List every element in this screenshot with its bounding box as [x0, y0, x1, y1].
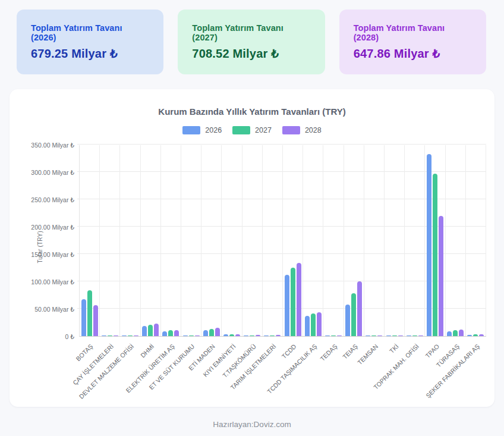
bar-TKİ-2028[interactable] [398, 335, 403, 336]
bar-ET VE SÜT KURUMU-2027[interactable] [189, 335, 194, 336]
bar-TPAO-2027[interactable] [433, 174, 437, 336]
x-axis-labels: BOTAŞÇAY İŞLETMELERİDEVLET MALZEME OFİSİ… [79, 337, 486, 407]
bar-TPAO-2028[interactable] [439, 216, 443, 336]
x-axis-label-DHMİ: DHMİ [139, 343, 155, 359]
bar-TOPRAK MAH. OFİSİ-2026[interactable] [407, 335, 411, 336]
bar-TEDAŞ-2028[interactable] [337, 335, 342, 336]
bar-TKİ-2027[interactable] [392, 335, 397, 336]
legend-swatch-2026 [182, 126, 200, 134]
x-label-cell: TEDAŞ [323, 337, 344, 407]
y-tick-label: 300.00 Milyar ₺ [18, 169, 74, 176]
footer-credit: Hazırlayan:Doviz.com [0, 420, 504, 429]
bar-ETİ MADEN-2028[interactable] [215, 328, 220, 336]
y-tick-label: 350.00 Milyar ₺ [18, 142, 74, 149]
bar-DHMİ-2028[interactable] [154, 324, 159, 336]
bar-group-TPAO [425, 145, 445, 336]
bar-TCDD-2027[interactable] [291, 268, 295, 336]
bar-ŞEKER FABRİKALARI AŞ-2028[interactable] [479, 334, 484, 336]
x-label-cell: TEMSAN [364, 337, 385, 407]
bar-ŞEKER FABRİKALARI AŞ-2027[interactable] [473, 334, 478, 336]
bar-ELEKTRİK ÜRETİM AŞ-2028[interactable] [174, 330, 179, 336]
bar-TEMSAN-2026[interactable] [366, 335, 370, 336]
legend-swatch-2027 [232, 126, 250, 134]
bar-ŞEKER FABRİKALARI AŞ-2026[interactable] [467, 335, 472, 336]
bar-ETİ MADEN-2027[interactable] [209, 329, 214, 336]
bar-TKİ-2026[interactable] [386, 335, 391, 336]
legend-label: 2026 [205, 126, 222, 134]
chart-legend: 202620272028 [10, 126, 494, 134]
bar-group-TEDAŞ [323, 145, 344, 336]
x-label-cell: TEIAŞ [344, 337, 364, 407]
bar-T.TAŞKÖMÜRÜ-2027[interactable] [250, 335, 254, 336]
bar-group-TCDD TAŞIMACILIK AŞ [303, 145, 323, 336]
bar-TEDAŞ-2026[interactable] [325, 335, 330, 336]
legend-item-2028[interactable]: 2028 [282, 126, 322, 134]
bar-TPAO-2026[interactable] [427, 154, 431, 336]
bar-TEMSAN-2027[interactable] [371, 335, 376, 336]
bar-TOPRAK MAH. OFİSİ-2027[interactable] [412, 335, 417, 336]
bar-DEVLET MALZEME OFİSİ-2026[interactable] [122, 335, 127, 336]
card-title-2026: Toplam Yatırım Tavanı (2026) [31, 23, 149, 42]
bar-group-TEMSAN [364, 145, 385, 336]
bar-group-ET VE SÜT KURUMU [181, 145, 201, 336]
bar-ÇAY İŞLETMELERİ-2026[interactable] [102, 335, 106, 336]
bar-KIYI EMNİYETİ-2028[interactable] [235, 334, 240, 336]
summary-card-2026: Toplam Yatırım Tavanı (2026) 679.25 Mily… [17, 10, 163, 74]
chart-title: Kurum Bazında Yıllık Yatırım Tavanları (… [10, 106, 494, 117]
bar-TOPRAK MAH. OFİSİ-2028[interactable] [418, 335, 423, 336]
card-title-2027: Toplam Yatırım Tavanı (2027) [192, 23, 310, 42]
bar-group-ETİ MADEN [201, 145, 222, 336]
bar-ELEKTRİK ÜRETİM AŞ-2026[interactable] [162, 331, 167, 336]
bar-DHMİ-2027[interactable] [148, 325, 153, 336]
bar-T.TAŞKÖMÜRÜ-2026[interactable] [244, 335, 248, 336]
legend-item-2027[interactable]: 2027 [232, 126, 272, 134]
summary-card-2027: Toplam Yatırım Tavanı (2027) 708.52 Mily… [178, 10, 325, 74]
bar-TCDD TAŞIMACILIK AŞ-2028[interactable] [317, 312, 322, 336]
bar-TARIM İŞLETMELERİ-2027[interactable] [270, 335, 275, 336]
bar-DHMİ-2026[interactable] [142, 326, 147, 336]
bar-group-TÜRASAŞ [446, 145, 466, 336]
bar-TÜRASAŞ-2026[interactable] [447, 331, 452, 336]
bar-TCDD-2028[interactable] [297, 263, 301, 336]
bar-ELEKTRİK ÜRETİM AŞ-2027[interactable] [168, 330, 173, 336]
bar-TEMSAN-2028[interactable] [377, 335, 382, 336]
bar-BOTAŞ-2028[interactable] [93, 305, 98, 336]
x-label-cell: ŞEKER FABRİKALARI AŞ [466, 337, 486, 407]
bar-DEVLET MALZEME OFİSİ-2027[interactable] [128, 335, 133, 336]
legend-swatch-2028 [282, 126, 300, 134]
bar-ETİ MADEN-2026[interactable] [203, 330, 208, 336]
bar-group-DEVLET MALZEME OFİSİ [120, 145, 140, 336]
bar-ET VE SÜT KURUMU-2028[interactable] [195, 335, 200, 336]
bar-TCDD TAŞIMACILIK AŞ-2026[interactable] [305, 316, 310, 336]
bar-TEDAŞ-2027[interactable] [331, 335, 336, 336]
bar-BOTAŞ-2027[interactable] [87, 290, 92, 336]
bar-TÜRASAŞ-2028[interactable] [459, 330, 464, 336]
x-label-cell: TARIM İŞLETMELERİ [262, 337, 282, 407]
bar-group-TCDD [283, 145, 303, 336]
card-value-2026: 679.25 Milyar ₺ [31, 46, 149, 61]
bar-group-TARIM İŞLETMELERİ [263, 145, 283, 336]
x-axis-label-TCDD: TCDD [281, 343, 298, 360]
bar-TEIAŞ-2026[interactable] [345, 305, 350, 336]
bar-DEVLET MALZEME OFİSİ-2028[interactable] [134, 335, 138, 336]
bar-ÇAY İŞLETMELERİ-2028[interactable] [114, 335, 118, 336]
y-tick-label: 200.00 Milyar ₺ [18, 224, 74, 231]
bar-KIYI EMNİYETİ-2027[interactable] [229, 334, 234, 336]
bar-TEIAŞ-2027[interactable] [351, 293, 356, 336]
bar-BOTAŞ-2026[interactable] [81, 299, 86, 336]
x-axis-label-TPAO: TPAO [424, 343, 440, 359]
bar-TCDD TAŞIMACILIK AŞ-2027[interactable] [311, 313, 316, 336]
summary-card-2028: Toplam Yatırım Tavanı (2028) 647.86 Mily… [339, 10, 486, 74]
bar-group-BOTAŞ [80, 145, 100, 336]
y-axis-title: Tutar (TRY) [37, 231, 43, 263]
bar-TCDD-2026[interactable] [285, 275, 289, 336]
bar-TEIAŞ-2028[interactable] [357, 281, 362, 336]
bar-TÜRASAŞ-2027[interactable] [453, 330, 458, 336]
legend-item-2026[interactable]: 2026 [182, 126, 222, 134]
bar-ET VE SÜT KURUMU-2026[interactable] [183, 335, 188, 336]
bar-TARIM İŞLETMELERİ-2026[interactable] [264, 335, 269, 336]
bar-TARIM İŞLETMELERİ-2028[interactable] [276, 335, 281, 336]
bar-KIYI EMNİYETİ-2026[interactable] [223, 334, 228, 336]
bar-T.TAŞKÖMÜRÜ-2028[interactable] [256, 335, 260, 336]
bar-ÇAY İŞLETMELERİ-2027[interactable] [108, 335, 112, 336]
